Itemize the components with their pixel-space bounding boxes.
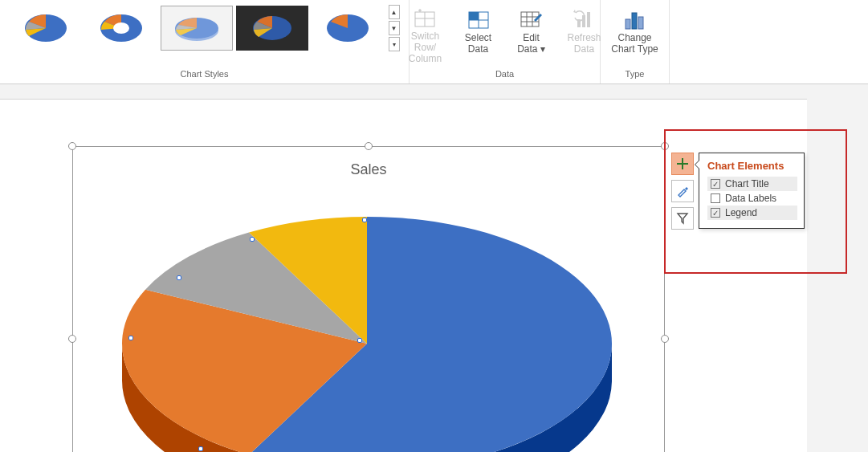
plus-icon [676,157,689,170]
group-label-chart-styles: Chart Styles [181,66,229,83]
resize-handle[interactable] [365,142,373,150]
group-label-type: Type [626,66,645,83]
data-point-handle[interactable] [357,338,362,343]
svg-rect-21 [587,12,590,27]
chart-style-gallery: ▲ ▼ ▾ [8,3,401,53]
resize-handle[interactable] [68,142,76,150]
ribbon: ▲ ▼ ▾ Chart Styles Switch Row/ Column Se… [0,0,868,84]
refresh-data-label: Refresh Data [567,33,601,55]
svg-point-2 [113,22,129,34]
workspace: Sales Ch [0,84,868,452]
group-data: Switch Row/ Column Select Data Edit Data… [410,0,601,83]
group-type: Change Chart Type Type [601,0,670,83]
resize-handle[interactable] [68,335,76,343]
flyout-pointer [695,160,699,169]
svg-rect-24 [638,17,643,29]
data-point-handle[interactable] [362,218,367,222]
edit-data-button[interactable]: Edit Data ▾ [505,5,558,61]
chart-styles-button[interactable] [671,180,694,202]
chevron-down-icon: ▾ [540,43,545,55]
svg-rect-23 [632,13,637,29]
chart-style-thumb-4[interactable] [236,6,308,51]
select-data-icon [466,9,491,31]
chart-title[interactable]: Sales [73,161,664,178]
group-label-data: Data [495,66,514,83]
chart-style-thumb-3[interactable] [161,6,233,51]
flyout-item[interactable]: ✓Legend [707,206,797,220]
switch-rows-icon [413,9,438,30]
refresh-icon [572,9,597,31]
change-chart-type-icon [622,9,648,31]
chart-selection-frame[interactable]: Sales [72,146,665,452]
chart-elements-flyout: Chart Elements ✓Chart TitleData Labels✓L… [699,153,805,229]
edit-data-icon [519,9,544,31]
data-point-handle[interactable] [198,446,203,451]
flyout-title: Chart Elements [707,160,797,172]
brush-icon [676,185,689,197]
data-point-handle[interactable] [250,237,255,242]
svg-rect-22 [626,19,630,29]
change-chart-type-button[interactable]: Change Chart Type [605,5,666,61]
chart-style-thumb-2[interactable] [85,6,157,51]
svg-rect-11 [469,12,479,20]
checkbox[interactable]: ✓ [711,179,720,189]
resize-handle[interactable] [661,335,669,343]
checkbox[interactable] [711,193,720,203]
flyout-item-label: Chart Title [725,178,769,189]
chart-style-thumb-1[interactable] [10,6,82,51]
flyout-item-label: Legend [725,207,757,218]
select-data-label: Select Data [465,33,491,55]
chart-side-buttons [671,153,694,230]
change-chart-type-label: Change Chart Type [611,33,658,55]
funnel-icon [676,212,689,225]
type-group-buttons: Change Chart Type [600,3,670,63]
data-point-handle[interactable] [177,275,181,280]
checkbox[interactable]: ✓ [711,208,720,218]
data-group-buttons: Switch Row/ Column Select Data Edit Data… [394,3,616,63]
edit-data-label: Edit Data ▾ [517,33,545,55]
flyout-item-label: Data Labels [725,193,776,204]
chart-filters-button[interactable] [671,207,694,230]
pie-chart[interactable] [102,187,632,452]
switch-row-column-button: Switch Row/ Column [399,5,452,61]
chart-style-thumb-5[interactable] [312,6,384,51]
switch-row-column-label: Switch Row/ Column [400,31,451,64]
group-chart-styles: ▲ ▼ ▾ Chart Styles [0,0,410,83]
chart-elements-button[interactable] [671,153,694,175]
data-point-handle[interactable] [128,336,133,340]
flyout-item[interactable]: Data Labels [707,191,797,206]
select-data-button[interactable]: Select Data [452,5,505,61]
flyout-item[interactable]: ✓Chart Title [707,177,797,191]
resize-handle[interactable] [661,142,669,150]
slide[interactable]: Sales Ch [0,99,807,452]
